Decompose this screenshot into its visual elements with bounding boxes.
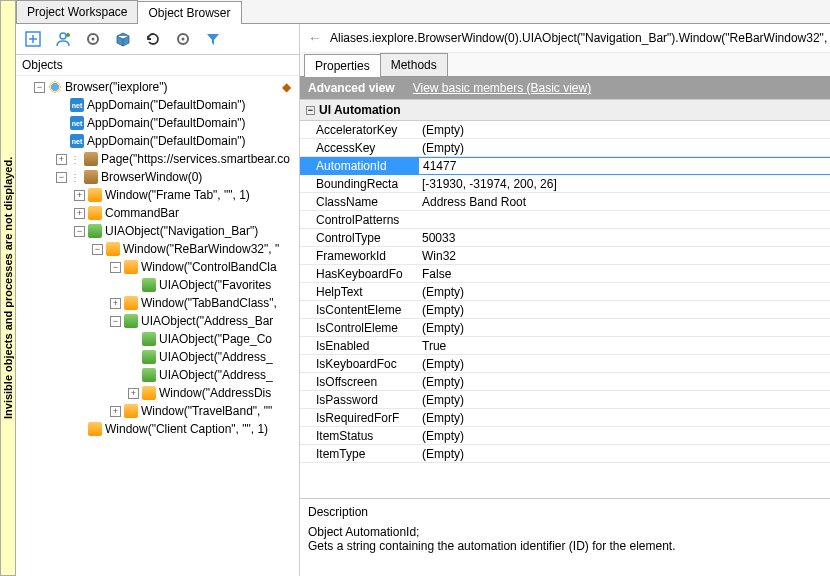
property-value[interactable]: [-31930, -31974, 200, 26] bbox=[418, 175, 561, 193]
collapse-icon[interactable]: − bbox=[56, 172, 67, 183]
page-icon bbox=[84, 152, 98, 166]
tab-object-browser[interactable]: Object Browser bbox=[137, 1, 241, 24]
property-name: IsOffscreen bbox=[300, 373, 418, 391]
collapse-icon[interactable]: − bbox=[306, 106, 315, 115]
uia-icon bbox=[124, 314, 138, 328]
back-arrow-icon[interactable]: ← bbox=[308, 30, 322, 46]
tree-node-window[interactable]: −Window("ControlBandCla bbox=[106, 258, 299, 276]
property-value[interactable]: (Empty) bbox=[418, 409, 468, 427]
property-grid[interactable]: −UI Automation AcceleratorKey(Empty)Acce… bbox=[300, 99, 830, 498]
property-value[interactable]: (Empty) bbox=[418, 283, 468, 301]
property-name: BoundingRecta bbox=[300, 175, 418, 193]
expand-icon[interactable]: + bbox=[74, 208, 85, 219]
tree-node-uiaobject[interactable]: UIAObject("Address_ bbox=[124, 366, 299, 384]
tree-node-window[interactable]: Window("Client Caption", "", 1) bbox=[70, 420, 299, 438]
collapse-icon[interactable]: − bbox=[74, 226, 85, 237]
tool-users-icon[interactable] bbox=[49, 27, 77, 51]
expand-icon[interactable]: + bbox=[110, 298, 121, 309]
tab-project-workspace[interactable]: Project Workspace bbox=[16, 0, 138, 23]
tree-node-browser[interactable]: − Browser("iexplore") ◆ bbox=[16, 78, 299, 96]
tree-node-appdomain[interactable]: netAppDomain("DefaultDomain") bbox=[52, 96, 299, 114]
property-value[interactable]: (Empty) bbox=[418, 427, 468, 445]
property-value[interactable] bbox=[418, 218, 426, 222]
tree-node-page[interactable]: +⋮Page("https://services.smartbear.co bbox=[52, 150, 299, 168]
right-pane: ← Aliases.iexplore.BrowserWindow(0).UIAO… bbox=[300, 24, 830, 576]
advanced-view-bar: Advanced view View basic members (Basic … bbox=[300, 77, 830, 99]
tool-gear2-icon[interactable] bbox=[169, 27, 197, 51]
tree-node-window[interactable]: +Window("AddressDis bbox=[124, 384, 299, 402]
property-row[interactable]: FrameworkIdWin32 bbox=[300, 247, 830, 265]
collapse-icon[interactable]: − bbox=[34, 82, 45, 93]
property-row[interactable]: IsPassword(Empty) bbox=[300, 391, 830, 409]
property-row[interactable]: ItemType(Empty) bbox=[300, 445, 830, 463]
tool-filter-icon[interactable] bbox=[199, 27, 227, 51]
property-row[interactable]: ItemStatus(Empty) bbox=[300, 427, 830, 445]
property-value[interactable]: Win32 bbox=[418, 247, 460, 265]
collapse-icon[interactable]: − bbox=[110, 316, 121, 327]
tree-node-uiaobject[interactable]: UIAObject("Address_ bbox=[124, 348, 299, 366]
tool-refresh-icon[interactable] bbox=[139, 27, 167, 51]
property-row[interactable]: IsOffscreen(Empty) bbox=[300, 373, 830, 391]
tree-node-window[interactable]: +Window("Frame Tab", "", 1) bbox=[70, 186, 299, 204]
property-row[interactable]: ControlType50033 bbox=[300, 229, 830, 247]
property-row[interactable]: ControlPatterns bbox=[300, 211, 830, 229]
property-row[interactable]: IsContentEleme(Empty) bbox=[300, 301, 830, 319]
tree-node-uiaobject[interactable]: −UIAObject("Address_Bar bbox=[106, 312, 299, 330]
property-name: IsKeyboardFoc bbox=[300, 355, 418, 373]
window-icon bbox=[88, 206, 102, 220]
property-row[interactable]: IsControlEleme(Empty) bbox=[300, 319, 830, 337]
property-value[interactable]: Address Band Root bbox=[418, 193, 530, 211]
property-value[interactable]: 41477 bbox=[419, 157, 460, 175]
property-value[interactable]: (Empty) bbox=[418, 121, 468, 139]
property-value[interactable]: (Empty) bbox=[418, 445, 468, 463]
tree-node-appdomain[interactable]: netAppDomain("DefaultDomain") bbox=[52, 114, 299, 132]
tool-box-icon[interactable] bbox=[109, 27, 137, 51]
tab-methods[interactable]: Methods bbox=[380, 53, 448, 76]
property-value[interactable]: (Empty) bbox=[418, 301, 468, 319]
expand-icon[interactable]: + bbox=[110, 406, 121, 417]
pin-icon[interactable]: ◆ bbox=[282, 80, 291, 94]
expand-icon[interactable]: + bbox=[56, 154, 67, 165]
tree-node-uiaobject[interactable]: UIAObject("Favorites bbox=[124, 276, 299, 294]
property-row[interactable]: AcceleratorKey(Empty) bbox=[300, 121, 830, 139]
section-header[interactable]: −UI Automation bbox=[300, 100, 830, 121]
property-value[interactable]: (Empty) bbox=[418, 319, 468, 337]
uia-icon bbox=[142, 278, 156, 292]
property-value[interactable]: 50033 bbox=[418, 229, 459, 247]
collapse-icon[interactable]: − bbox=[92, 244, 103, 255]
object-tree[interactable]: − Browser("iexplore") ◆ netAppDomain("De… bbox=[16, 76, 299, 576]
property-value[interactable]: (Empty) bbox=[418, 139, 468, 157]
property-row[interactable]: IsKeyboardFoc(Empty) bbox=[300, 355, 830, 373]
expand-icon[interactable]: + bbox=[74, 190, 85, 201]
tool-map-object-icon[interactable] bbox=[19, 27, 47, 51]
property-name: ItemStatus bbox=[300, 427, 418, 445]
property-value[interactable]: False bbox=[418, 265, 455, 283]
basic-view-link[interactable]: View basic members (Basic view) bbox=[413, 81, 592, 95]
property-row[interactable]: AccessKey(Empty) bbox=[300, 139, 830, 157]
tree-node-appdomain[interactable]: netAppDomain("DefaultDomain") bbox=[52, 132, 299, 150]
collapse-icon[interactable]: − bbox=[110, 262, 121, 273]
property-row[interactable]: HelpText(Empty) bbox=[300, 283, 830, 301]
svg-point-6 bbox=[182, 38, 185, 41]
tab-properties[interactable]: Properties bbox=[304, 54, 381, 77]
tree-node-browserwindow[interactable]: −⋮BrowserWindow(0) bbox=[52, 168, 299, 186]
tree-node-commandbar[interactable]: +CommandBar bbox=[70, 204, 299, 222]
property-row[interactable]: HasKeyboardFoFalse bbox=[300, 265, 830, 283]
property-row[interactable]: IsRequiredForF(Empty) bbox=[300, 409, 830, 427]
window-icon bbox=[124, 404, 138, 418]
property-row[interactable]: AutomationId41477 bbox=[300, 157, 830, 175]
property-row[interactable]: BoundingRecta[-31930, -31974, 200, 26] bbox=[300, 175, 830, 193]
property-row[interactable]: ClassNameAddress Band Root bbox=[300, 193, 830, 211]
property-row[interactable]: IsEnabledTrue bbox=[300, 337, 830, 355]
tree-node-window[interactable]: +Window("TabBandClass", bbox=[106, 294, 299, 312]
tree-node-window[interactable]: −Window("ReBarWindow32", " bbox=[88, 240, 299, 258]
property-value[interactable]: (Empty) bbox=[418, 391, 468, 409]
expand-icon[interactable]: + bbox=[128, 388, 139, 399]
tree-node-uiaobject[interactable]: UIAObject("Page_Co bbox=[124, 330, 299, 348]
tree-node-uiaobject[interactable]: −UIAObject("Navigation_Bar") bbox=[70, 222, 299, 240]
property-value[interactable]: (Empty) bbox=[418, 355, 468, 373]
tree-node-window[interactable]: +Window("TravelBand", "" bbox=[106, 402, 299, 420]
property-value[interactable]: True bbox=[418, 337, 450, 355]
tool-settings-icon[interactable] bbox=[79, 27, 107, 51]
property-value[interactable]: (Empty) bbox=[418, 373, 468, 391]
